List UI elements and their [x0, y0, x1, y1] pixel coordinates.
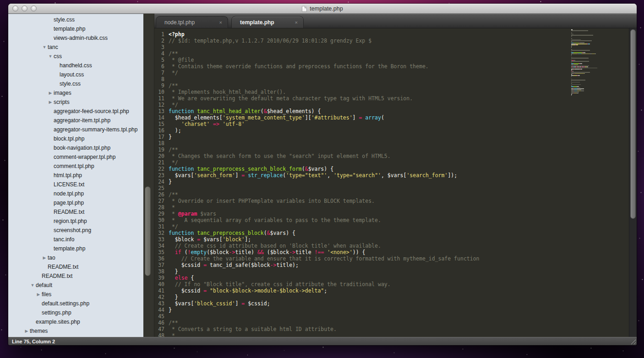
sidebar-item-tanc[interactable]: ▼tanc [8, 43, 143, 52]
line-number: 20 [154, 153, 164, 159]
editor-scrollbar-handle[interactable] [630, 29, 636, 219]
code-line: 5 * @file [154, 57, 480, 63]
code-line: 18 [154, 140, 480, 146]
sidebar-item-settings-php[interactable]: settings.php [8, 308, 143, 317]
sidebar-item-license-txt[interactable]: LICENSE.txt [8, 180, 143, 189]
code-line: 33 $block = $vars['block']; [154, 236, 480, 243]
line-number: 11 [154, 95, 164, 102]
code-line: 36 // Create the variable and ensure tha… [154, 255, 480, 262]
sidebar-item-template-php[interactable]: template.php [8, 24, 143, 33]
sidebar-item-css[interactable]: ▼css [8, 52, 143, 61]
sidebar-item-style-css[interactable]: style.css [8, 79, 143, 88]
window-title-area: template.php [8, 4, 637, 14]
sidebar-item-node-tpl-php[interactable]: node.tpl.php [8, 189, 143, 198]
disclosure-open-icon[interactable]: ▼ [47, 54, 54, 59]
line-number: 1 [154, 31, 164, 38]
sidebar-item-label: layout.css [60, 71, 84, 78]
line-number: 48 [154, 332, 164, 337]
tab-node-tpl-php[interactable]: node.tpl.php× [156, 16, 228, 28]
line-number: 32 [154, 230, 164, 236]
code-line: 35 if (!empty($block->title) && ($block-… [154, 249, 480, 255]
sidebar-item-layout-css[interactable]: layout.css [8, 70, 143, 79]
sidebar-item-comment-wrapper-tpl-php[interactable]: comment-wrapper.tpl.php [8, 152, 143, 162]
disclosure-open-icon[interactable]: ▼ [29, 283, 36, 287]
tab-template-php[interactable]: template.php× [231, 16, 304, 28]
sidebar-item-label: book-navigation.tpl.php [54, 145, 110, 151]
line-number: 15 [154, 121, 164, 127]
main-area: style.csstemplate.phpviews-admin-rubik.c… [8, 14, 637, 337]
sidebar-item-images[interactable]: ▶images [8, 88, 143, 98]
sidebar-item-default[interactable]: ▼default [8, 281, 143, 290]
sidebar-scrollbar-handle[interactable] [145, 186, 151, 276]
tab-close-icon[interactable]: × [295, 20, 298, 25]
sidebar-scrollbar[interactable] [143, 14, 154, 337]
sidebar-item-label: example.sites.php [36, 319, 80, 325]
sidebar-item-readme-txt[interactable]: README.txt [8, 262, 143, 271]
sidebar-item-label: block.tpl.php [54, 136, 84, 142]
sidebar-item-label: images [54, 90, 71, 96]
sidebar-item-label: LICENSE.txt [54, 181, 84, 188]
disclosure-closed-icon[interactable]: ▶ [47, 91, 54, 95]
line-number: 29 [154, 211, 164, 217]
code-line: 44} [154, 307, 480, 313]
sidebar-item-label: tao [48, 255, 55, 261]
code-line: 17} [154, 134, 480, 140]
sidebar-item-template-php[interactable]: template.php [8, 244, 143, 253]
sidebar-item-files[interactable]: ▶files [8, 290, 143, 299]
resize-grip-icon[interactable] [630, 338, 636, 344]
sidebar-item-handheld-css[interactable]: handheld.css [8, 61, 143, 70]
sidebar-item-default-settings-php[interactable]: default.settings.php [8, 299, 143, 308]
line-number: 6 [154, 63, 164, 70]
code-line: 27 * Override or insert PHPTemplate vari… [154, 198, 480, 204]
tab-close-icon[interactable]: × [219, 20, 222, 25]
file-tree: style.csstemplate.phpviews-admin-rubik.c… [8, 14, 143, 336]
window-titlebar[interactable]: template.php [8, 4, 637, 14]
sidebar-item-readme-txt[interactable]: README.txt [8, 207, 143, 217]
code-line: 19/** [154, 146, 480, 153]
sidebar-item-page-tpl-php[interactable]: page.tpl.php [8, 198, 143, 207]
code-area[interactable]: 1<?php2// $Id: template.php,v 1.1.2.7 20… [154, 28, 637, 337]
minimap[interactable] [571, 29, 628, 96]
sidebar-item-label: views-admin-rubik.css [54, 35, 108, 41]
sidebar-item-html-tpl-php[interactable]: html.tpl.php [8, 171, 143, 180]
sidebar-item-label: tanc.info [54, 236, 74, 243]
sidebar-item-book-navigation-tpl-php[interactable]: book-navigation.tpl.php [8, 143, 143, 152]
code-line: 21 */ [154, 159, 480, 166]
code-line: 34 // Create css id attribute based on '… [154, 243, 480, 249]
disclosure-closed-icon[interactable]: ▶ [23, 329, 30, 333]
sidebar-item-tao[interactable]: ▶tao [8, 253, 143, 262]
line-number: 18 [154, 140, 164, 146]
disclosure-closed-icon[interactable]: ▶ [35, 292, 42, 297]
code-line: 28 * [154, 204, 480, 211]
line-number: 27 [154, 198, 164, 204]
sidebar-item-tanc-info[interactable]: tanc.info [8, 235, 143, 244]
code-line: 12 */ [154, 102, 480, 108]
line-number: 21 [154, 159, 164, 166]
code-line: 11 * We are overwriting the default meta… [154, 95, 480, 102]
sidebar-item-region-tpl-php[interactable]: region.tpl.php [8, 217, 143, 226]
wallpaper-stars [0, 0, 0, 0]
sidebar-item-views-admin-rubik-css[interactable]: views-admin-rubik.css [8, 33, 143, 43]
sidebar-item-style-css[interactable]: style.css [8, 15, 143, 24]
sidebar-item-block-tpl-php[interactable]: block.tpl.php [8, 134, 143, 143]
sidebar-item-scripts[interactable]: ▶scripts [8, 98, 143, 107]
sidebar-item-readme-txt[interactable]: README.txt [8, 271, 143, 281]
sidebar-item-label: style.css [60, 81, 81, 87]
code-line: 46/** [154, 320, 480, 326]
sidebar-item-aggregator-summary-items-tpl-php[interactable]: aggregator-summary-items.tpl.php [8, 125, 143, 134]
disclosure-open-icon[interactable]: ▼ [41, 45, 48, 49]
sidebar-item-screenshot-png[interactable]: screenshot.png [8, 226, 143, 235]
editor-scrollbar[interactable] [629, 28, 637, 337]
disclosure-closed-icon[interactable]: ▶ [41, 255, 48, 260]
sidebar-item-themes[interactable]: ▶themes [8, 326, 143, 336]
sidebar-item-label: html.tpl.php [54, 172, 82, 179]
sidebar-item-comment-tpl-php[interactable]: comment.tpl.php [8, 162, 143, 171]
sidebar-item-label: themes [30, 328, 48, 334]
sidebar-item-aggregator-feed-source-tpl-php[interactable]: aggregator-feed-source.tpl.php [8, 107, 143, 116]
sidebar-item-example-sites-php[interactable]: example.sites.php [8, 317, 143, 326]
code-line: 37 $cssid = tanc_id_safe($block->title); [154, 262, 480, 268]
disclosure-closed-icon[interactable]: ▶ [47, 100, 54, 104]
line-number: 44 [154, 307, 164, 313]
line-number: 31 [154, 223, 164, 230]
sidebar-item-aggregator-item-tpl-php[interactable]: aggregator-item.tpl.php [8, 116, 143, 125]
